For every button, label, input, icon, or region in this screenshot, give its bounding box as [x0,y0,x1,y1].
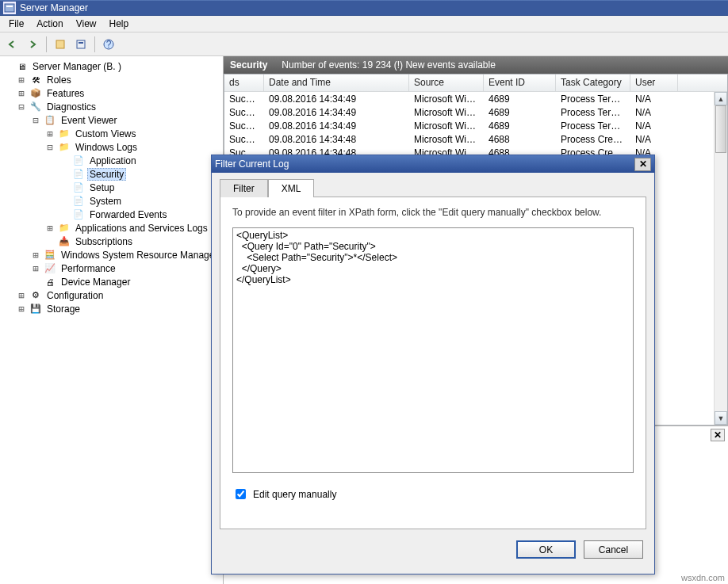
menu-help[interactable]: Help [104,17,135,31]
tree-log-forwarded[interactable]: 📄Forwarded Events [2,208,221,221]
cell-source: Microsoft Win... [409,120,484,132]
properties-button[interactable] [72,36,90,53]
cell-user: N/A [630,107,678,118]
ok-button[interactable]: OK [516,540,576,559]
content-header-title: Security [230,59,267,71]
cell-taskcategory: Process Termi... [556,94,630,105]
scroll-up-icon[interactable]: ▲ [715,92,727,105]
log-icon: 📄 [72,208,85,221]
table-row[interactable]: Success09.08.2016 14:34:48Microsoft Win.… [224,132,727,146]
diagnostics-icon: 🔧 [29,101,42,113]
cell-source: Microsoft Win... [409,134,484,145]
content-header-summary: Number of events: 19 234 (!) New events … [282,59,495,71]
cancel-button[interactable]: Cancel [584,540,643,559]
dialog-title: Filter Current Log [215,158,289,170]
tree-diagnostics[interactable]: ⊟🔧Diagnostics [2,100,221,113]
tree-windows-logs[interactable]: ⊟📁Windows Logs [2,140,221,154]
col-keywords[interactable]: ds [224,74,264,91]
tab-filter[interactable]: Filter [220,179,268,197]
cell-datetime: 09.08.2016 14:34:49 [264,94,409,105]
menu-file[interactable]: File [3,17,29,31]
server-icon: 🖥 [15,60,28,73]
cell-eventid: 4688 [484,134,556,145]
tree-subscriptions[interactable]: 📥Subscriptions [2,235,221,248]
svg-rect-0 [5,4,14,12]
log-icon: 📄 [72,195,85,208]
cell-keywords: Success [224,107,264,118]
tree-event-viewer[interactable]: ⊟📋Event Viewer [2,113,221,127]
cell-eventid: 4689 [484,94,556,105]
dialog-close-button[interactable]: ✕ [634,158,651,171]
table-row[interactable]: Success09.08.2016 14:34:49Microsoft Win.… [224,119,727,132]
toolbar: ? [0,32,728,56]
forward-button[interactable] [24,36,41,53]
table-row[interactable]: Success09.08.2016 14:34:49Microsoft Win.… [224,105,727,119]
scroll-thumb[interactable] [715,105,726,153]
tree-app-svc-logs[interactable]: ⊞📁Applications and Services Logs [2,221,221,235]
toolbar-divider [46,36,47,52]
cell-user: N/A [630,120,678,132]
col-taskcategory[interactable]: Task Category [556,74,630,91]
tree-configuration[interactable]: ⊞⚙Configuration [2,288,221,302]
svg-rect-4 [79,42,83,44]
col-source[interactable]: Source [409,74,484,91]
cell-taskcategory: Process Creation [556,134,630,145]
tree-log-application[interactable]: 📄Application [2,154,221,167]
vertical-scrollbar[interactable]: ▲ ▼ [714,92,727,425]
grid-body[interactable]: Success09.08.2016 14:34:49Microsoft Win.… [224,92,727,159]
features-icon: 📦 [29,87,42,100]
log-icon: 📄 [72,155,85,167]
svg-rect-2 [56,40,64,48]
storage-icon: 💾 [29,303,42,315]
tree-features[interactable]: ⊞📦Features [2,86,221,100]
dialog-titlebar[interactable]: Filter Current Log ✕ [212,155,654,173]
tree-log-setup[interactable]: 📄Setup [2,181,221,194]
tree-log-system[interactable]: 📄System [2,194,221,208]
back-button[interactable] [3,36,21,53]
details-close-button[interactable]: ✕ [711,429,725,441]
watermark: wsxdn.com [681,573,725,582]
toolbar-divider [94,36,95,52]
grid-header[interactable]: ds Date and Time Source Event ID Task Ca… [224,74,727,92]
menu-view[interactable]: View [71,17,102,31]
table-row[interactable]: Success09.08.2016 14:34:49Microsoft Win.… [224,92,727,105]
cell-user: N/A [630,134,678,145]
navigation-tree[interactable]: 🖥Server Manager (B. ) ⊞🛠Roles ⊞📦Features… [0,56,224,584]
menu-action[interactable]: Action [31,17,68,31]
content-header: Security Number of events: 19 234 (!) Ne… [224,56,728,74]
cell-source: Microsoft Win... [409,94,484,105]
tab-xml[interactable]: XML [268,179,315,197]
cell-keywords: Success [224,134,264,145]
folder-icon: 📁 [58,141,71,154]
svg-rect-3 [77,40,85,48]
tree-wsrm[interactable]: ⊞🧮Windows System Resource Manager [2,248,221,261]
xml-query-textarea[interactable] [232,227,634,473]
refresh-button[interactable] [52,36,69,53]
tree-storage[interactable]: ⊞💾Storage [2,302,221,315]
edit-query-manually-checkbox[interactable] [236,489,246,499]
cell-keywords: Success [224,120,264,132]
tree-device-manager[interactable]: 🖨Device Manager [2,275,221,288]
col-eventid[interactable]: Event ID [484,74,556,91]
wsrm-icon: 🧮 [44,249,56,261]
tree-custom-views[interactable]: ⊞📁Custom Views [2,127,221,140]
cell-eventid: 4689 [484,107,556,118]
roles-icon: 🛠 [29,74,42,86]
tree-log-security[interactable]: 📄Security [2,167,221,181]
col-user[interactable]: User [630,74,678,91]
configuration-icon: ⚙ [29,289,42,302]
scroll-down-icon[interactable]: ▼ [715,411,727,425]
cell-taskcategory: Process Termi... [556,107,630,118]
tree-performance[interactable]: ⊞📈Performance [2,261,221,275]
cell-source: Microsoft Win... [409,107,484,118]
svg-rect-1 [6,6,13,7]
help-button[interactable]: ? [100,36,117,53]
subscriptions-icon: 📥 [58,235,71,248]
svg-text:?: ? [106,39,112,50]
window-title: Server Manager [20,2,88,13]
tree-roles[interactable]: ⊞🛠Roles [2,73,221,86]
tree-root[interactable]: 🖥Server Manager (B. ) [2,59,221,73]
col-datetime[interactable]: Date and Time [264,74,409,91]
event-viewer-icon: 📋 [44,114,56,127]
edit-query-manually-label: Edit query manually [253,489,336,500]
